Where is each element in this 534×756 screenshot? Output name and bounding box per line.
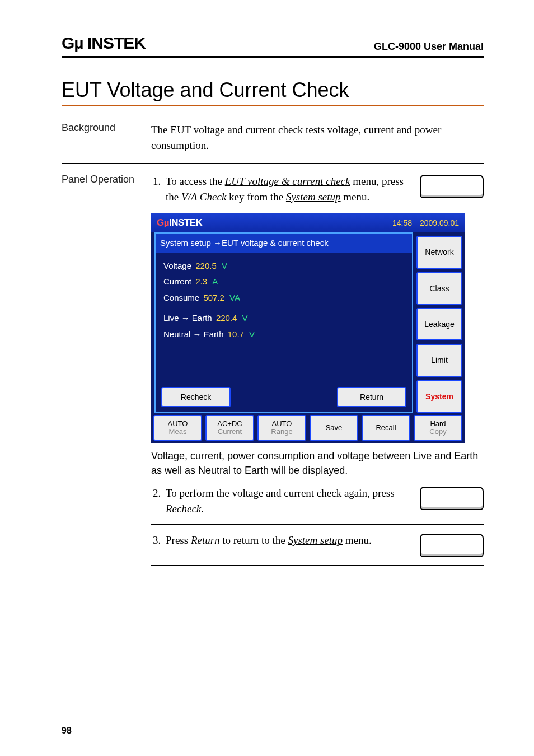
step3-end: menu. — [343, 534, 372, 546]
screen-brand-rest: INSTEK — [169, 217, 202, 228]
step-3-text: Press Return to return to the System set… — [151, 533, 409, 548]
bbtn-auto-range[interactable]: AUTO Range — [257, 415, 306, 441]
return-button[interactable]: Return — [337, 387, 406, 407]
consume-label: Consume — [163, 293, 199, 302]
neutral-earth-value: 10.7 — [228, 329, 244, 339]
step-3: Press Return to return to the System set… — [151, 525, 484, 566]
panel-body: To access the EUT voltage & current chec… — [151, 174, 484, 566]
recheck-keycap — [420, 487, 484, 510]
bbtn-3-top: Save — [326, 424, 343, 432]
bbtn-2-bot: Range — [271, 428, 292, 436]
step1-link: EUT voltage & current check — [225, 175, 350, 187]
screen-side-buttons: Network Class Leakage Limit System — [416, 236, 462, 413]
bbtn-hardcopy[interactable]: Hard Copy — [414, 415, 462, 441]
background-label: Background — [62, 122, 151, 153]
step1-mid2: key from the — [226, 191, 286, 203]
current-label: Current — [163, 277, 191, 286]
live-earth-label: Live → Earth — [163, 313, 212, 323]
neutral-earth-unit: V — [249, 329, 255, 339]
row-voltage: Voltage 220.5 V — [163, 258, 404, 274]
side-network[interactable]: Network — [416, 236, 462, 268]
background-row: Background The EUT voltage and current c… — [62, 112, 484, 164]
step1-link2: System setup — [286, 191, 341, 203]
bbtn-1-bot: Current — [218, 428, 242, 436]
side-leakage[interactable]: Leakage — [416, 308, 462, 340]
side-class[interactable]: Class — [416, 272, 462, 305]
screen-brand: GµINSTEK — [157, 216, 202, 230]
bbtn-0-bot: Meas — [169, 428, 187, 436]
breadcrumb: System setup →EUT voltage & current chec… — [156, 234, 412, 253]
screen-date: 2009.09.01 — [420, 218, 459, 227]
screenshot-caption: Voltage, current, power consumption and … — [151, 449, 484, 478]
current-value: 2.3 — [195, 277, 207, 286]
screen-body: System setup →EUT voltage & current chec… — [154, 232, 413, 413]
screen-brand-prefix: Gµ — [157, 217, 169, 228]
page: Gµ INSTEK GLC-9000 User Manual EUT Volta… — [0, 0, 534, 756]
step-1-text: To access the EUT voltage & current chec… — [151, 174, 409, 204]
bbtn-5-top: Hard — [430, 420, 446, 428]
bbtn-auto-meas[interactable]: AUTO Meas — [153, 415, 202, 441]
side-limit[interactable]: Limit — [416, 344, 462, 376]
bbtn-1-top: AC+DC — [217, 420, 242, 428]
bbtn-recall[interactable]: Recall — [362, 415, 410, 441]
step-2: To perform the voltage and current check… — [151, 478, 484, 525]
panel-label: Panel Operation — [62, 174, 151, 566]
step2-key: Recheck — [166, 503, 201, 515]
live-earth-unit: V — [242, 313, 248, 323]
step3-link: System setup — [288, 534, 343, 546]
recheck-button[interactable]: Recheck — [161, 387, 231, 407]
manual-title: GLC-9000 User Manual — [374, 41, 484, 53]
neutral-earth-label: Neutral → Earth — [163, 329, 224, 339]
step1-prefix: To access the — [166, 175, 225, 187]
step1-end: menu. — [341, 191, 370, 203]
screen-content: Voltage 220.5 V Current 2.3 A Consume 50… — [156, 253, 412, 346]
bbtn-acdc-current[interactable]: AC+DC Current — [205, 415, 254, 441]
screen-mid-buttons: Recheck Return — [161, 387, 406, 407]
return-keycap — [420, 534, 484, 557]
step2-prefix: To perform the voltage and current check… — [166, 487, 395, 499]
step3-key: Return — [191, 534, 220, 546]
screen-clock-wrap: 14:58 2009.09.01 — [392, 217, 459, 228]
consume-unit: VA — [229, 293, 240, 302]
section-title: EUT Voltage and Current Check — [62, 78, 484, 106]
voltage-label: Voltage — [163, 261, 191, 270]
row-neutral-earth: Neutral → Earth 10.7 V — [163, 326, 404, 343]
page-number: 98 — [62, 726, 72, 736]
step-2-text: To perform the voltage and current check… — [151, 486, 409, 516]
screen-titlebar: GµINSTEK 14:58 2009.09.01 — [151, 213, 465, 232]
bbtn-2-top: AUTO — [272, 420, 292, 428]
row-current: Current 2.3 A — [163, 274, 404, 290]
row-consume: Consume 507.2 VA — [163, 290, 404, 306]
screen-clock: 14:58 — [392, 218, 412, 227]
bbtn-save[interactable]: Save — [310, 415, 358, 441]
consume-value: 507.2 — [203, 293, 224, 302]
bbtn-4-top: Recall — [376, 424, 396, 432]
live-earth-value: 220.4 — [216, 313, 237, 323]
bbtn-5-bot: Copy — [429, 428, 446, 436]
step3-mid: to return to the — [220, 534, 288, 546]
voltage-unit: V — [222, 261, 227, 270]
background-text: The EUT voltage and current check tests … — [151, 122, 484, 153]
current-unit: A — [212, 277, 218, 286]
panel-row: Panel Operation To access the EUT voltag… — [62, 164, 484, 566]
voltage-value: 220.5 — [195, 261, 217, 270]
device-screenshot: GµINSTEK 14:58 2009.09.01 System setup →… — [151, 213, 465, 443]
step-1: To access the EUT voltage & current chec… — [151, 174, 484, 204]
step3-prefix: Press — [166, 534, 191, 546]
page-header: Gµ INSTEK GLC-9000 User Manual — [62, 34, 484, 58]
side-system[interactable]: System — [416, 380, 462, 413]
va-check-keycap — [420, 175, 484, 198]
row-live-earth: Live → Earth 220.4 V — [163, 310, 404, 326]
screen-bottom-buttons: AUTO Meas AC+DC Current AUTO Range Save — [153, 415, 462, 441]
bbtn-0-top: AUTO — [168, 420, 188, 428]
step1-key: V/A Check — [181, 191, 226, 203]
step2-end: . — [201, 503, 204, 515]
brand-logo: Gµ INSTEK — [62, 34, 146, 53]
